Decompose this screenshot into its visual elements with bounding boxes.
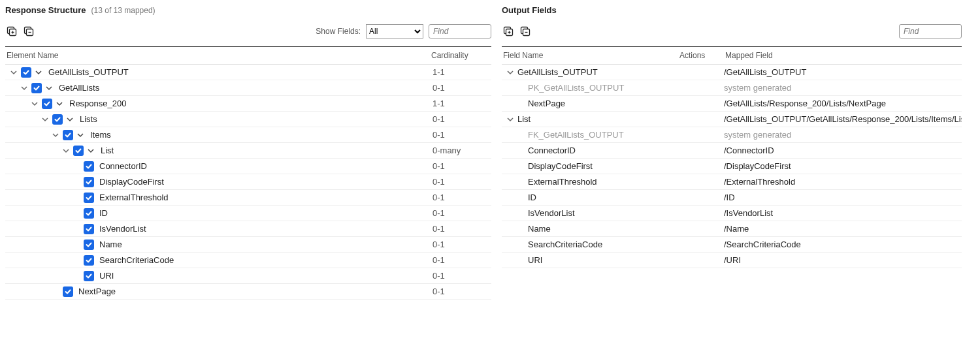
tree-row[interactable]: Lists0-1 (5, 112, 491, 127)
tree-node-label: GetAllLists (56, 83, 99, 93)
tree-node-label: ID (97, 208, 108, 218)
output-row[interactable]: List/GetAllLists_OUTPUT/GetAllLists/Resp… (502, 112, 962, 127)
checkbox[interactable] (52, 114, 63, 125)
output-row[interactable]: GetAllLists_OUTPUT/GetAllLists_OUTPUT (502, 65, 962, 80)
find-input-left[interactable] (429, 24, 491, 39)
checkbox[interactable] (84, 161, 94, 172)
checkbox[interactable] (73, 146, 84, 156)
field-name-label: DisplayCodeFirst (528, 161, 593, 171)
collapse-all-icon[interactable] (519, 25, 532, 38)
cardinality-value: 1-1 (433, 67, 491, 77)
mapped-field-value: /GetAllLists_OUTPUT (724, 67, 962, 77)
chevron-down-icon[interactable] (9, 69, 18, 76)
response-structure-header-row: Element Name Cardinality (5, 47, 491, 65)
mapped-field-value: /ID (724, 193, 962, 202)
checkbox[interactable] (84, 224, 94, 234)
tree-node-label: NextPage (76, 286, 116, 296)
tree-row[interactable]: GetAllLists_OUTPUT1-1 (5, 65, 491, 80)
tree-row[interactable]: ExternalThreshold0-1 (5, 190, 491, 206)
checkbox[interactable] (31, 83, 42, 93)
cardinality-value: 0-1 (433, 114, 491, 124)
tree-node-label: List (98, 146, 114, 155)
checkbox[interactable] (84, 208, 94, 219)
tree-row[interactable]: Name0-1 (5, 237, 491, 253)
cardinality-value: 0-1 (433, 83, 491, 93)
cardinality-value: 0-1 (433, 208, 491, 218)
output-fields-header-row: Field Name Actions Mapped Field (502, 47, 962, 65)
chevron-down-icon[interactable] (55, 100, 64, 107)
chevron-down-icon[interactable] (61, 147, 71, 154)
field-name-label: FK_GetAllLists_OUTPUT (528, 130, 624, 140)
output-fields-list: GetAllLists_OUTPUT/GetAllLists_OUTPUTPK_… (502, 65, 962, 268)
chevron-down-icon[interactable] (51, 132, 60, 138)
expand-all-icon[interactable] (502, 25, 515, 38)
chevron-down-icon[interactable] (30, 100, 39, 107)
checkbox[interactable] (21, 67, 31, 78)
output-row[interactable]: PK_GetAllLists_OUTPUTsystem generated (502, 80, 962, 96)
output-row[interactable]: NextPage/GetAllLists/Response_200/Lists/… (502, 96, 962, 112)
tree-row[interactable]: IsVendorList0-1 (5, 221, 491, 237)
tree-row[interactable]: NextPage0-1 (5, 284, 491, 300)
output-row[interactable]: ConnectorID/ConnectorID (502, 143, 962, 159)
chevron-down-icon[interactable] (76, 132, 85, 138)
mapped-field-value: /URI (724, 255, 962, 265)
chevron-down-icon[interactable] (20, 85, 29, 91)
checkbox[interactable] (42, 99, 52, 109)
output-row[interactable]: DisplayCodeFirst/DisplayCodeFirst (502, 159, 962, 174)
checkbox[interactable] (84, 240, 94, 250)
response-structure-panel: Response Structure (13 of 13 mapped) Sho… (0, 0, 497, 305)
checkbox[interactable] (63, 286, 73, 297)
tree-row[interactable]: Response_2001-1 (5, 96, 491, 112)
col-element-name: Element Name (7, 51, 431, 60)
chevron-down-icon[interactable] (44, 85, 54, 91)
cardinality-value: 0-1 (433, 240, 491, 249)
checkbox[interactable] (63, 130, 73, 140)
tree-row[interactable]: List0-many (5, 143, 491, 159)
output-row[interactable]: ExternalThreshold/ExternalThreshold (502, 174, 962, 190)
col-mapped-field: Mapped Field (725, 51, 960, 60)
output-row[interactable]: SearchCriteriaCode/SearchCriteriaCode (502, 237, 962, 253)
tree-node-label: ExternalThreshold (97, 193, 169, 202)
field-name-label: Name (528, 224, 551, 234)
chevron-down-icon[interactable] (41, 116, 50, 123)
cardinality-value: 0-1 (433, 271, 491, 281)
tree-row[interactable]: DisplayCodeFirst0-1 (5, 174, 491, 190)
mapped-field-value: /SearchCriteriaCode (724, 240, 962, 249)
checkbox[interactable] (84, 193, 94, 203)
tree-row[interactable]: URI0-1 (5, 268, 491, 284)
chevron-down-icon[interactable] (86, 147, 95, 154)
mapped-field-value: system generated (724, 83, 962, 93)
response-structure-toolbar: Show Fields: All (5, 19, 491, 47)
tree-row[interactable]: ID0-1 (5, 206, 491, 221)
output-row[interactable]: ID/ID (502, 190, 962, 206)
cardinality-value: 0-1 (433, 255, 491, 265)
mapped-field-value: /GetAllLists_OUTPUT/GetAllLists/Response… (724, 114, 962, 124)
collapse-all-icon[interactable] (22, 25, 35, 38)
field-name-label: ID (528, 193, 536, 202)
chevron-down-icon[interactable] (34, 69, 43, 76)
find-input-right[interactable] (899, 24, 962, 39)
mapped-field-value: /GetAllLists/Response_200/Lists/NextPage (724, 99, 962, 108)
output-row[interactable]: IsVendorList/IsVendorList (502, 206, 962, 221)
tree-row[interactable]: GetAllLists0-1 (5, 80, 491, 96)
response-structure-tree: GetAllLists_OUTPUT1-1GetAllLists0-1Respo… (5, 65, 491, 300)
expand-all-icon[interactable] (5, 25, 18, 38)
tree-row[interactable]: ConnectorID0-1 (5, 159, 491, 174)
output-row[interactable]: FK_GetAllLists_OUTPUTsystem generated (502, 127, 962, 143)
output-row[interactable]: Name/Name (502, 221, 962, 237)
chevron-down-icon[interactable] (506, 116, 515, 123)
output-row[interactable]: URI/URI (502, 253, 962, 268)
mapped-field-value: /ExternalThreshold (724, 177, 962, 187)
cardinality-value: 0-1 (433, 130, 491, 140)
field-name-label: ExternalThreshold (528, 177, 597, 187)
chevron-down-icon[interactable] (65, 116, 74, 123)
checkbox[interactable] (84, 271, 94, 281)
col-cardinality: Cardinality (431, 51, 490, 60)
checkbox[interactable] (84, 177, 94, 187)
checkbox[interactable] (84, 255, 94, 266)
tree-row[interactable]: SearchCriteriaCode0-1 (5, 253, 491, 268)
tree-row[interactable]: Items0-1 (5, 127, 491, 143)
tree-node-label: Lists (77, 114, 97, 124)
chevron-down-icon[interactable] (506, 69, 515, 76)
show-fields-select[interactable]: All (366, 24, 423, 39)
